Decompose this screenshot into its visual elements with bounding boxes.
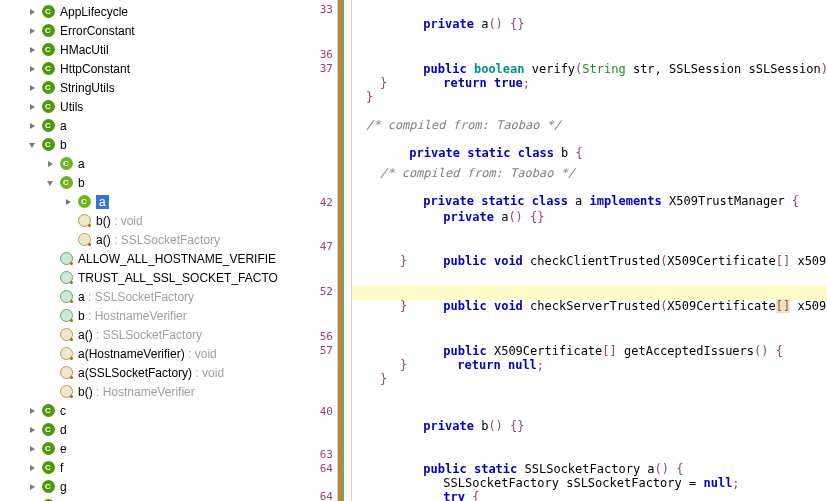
class-icon: C bbox=[40, 42, 56, 58]
svg-marker-0 bbox=[30, 9, 35, 15]
svg-marker-15 bbox=[30, 484, 35, 490]
class-icon: C bbox=[40, 403, 56, 419]
expand-toggle-icon[interactable] bbox=[26, 101, 38, 113]
line-number: 37 bbox=[320, 62, 333, 75]
expand-toggle-icon[interactable] bbox=[26, 481, 38, 493]
expand-toggle-icon[interactable] bbox=[26, 424, 38, 436]
field-icon bbox=[58, 251, 74, 267]
line-number: 63 bbox=[320, 448, 333, 461]
tree-item[interactable]: CUtils bbox=[0, 97, 310, 116]
class-icon: C bbox=[40, 80, 56, 96]
field-icon bbox=[58, 308, 74, 324]
line-number: 42 bbox=[320, 196, 333, 209]
method-icon bbox=[76, 232, 92, 248]
tree-item[interactable]: b : HostnameVerifier bbox=[0, 306, 310, 325]
svg-marker-11 bbox=[30, 408, 35, 414]
svg-marker-2 bbox=[30, 47, 35, 53]
method-icon bbox=[58, 365, 74, 381]
code-editor[interactable]: private a() {} public boolean verify(Str… bbox=[352, 0, 827, 501]
tree-item[interactable]: CHttpConstant bbox=[0, 59, 310, 78]
expand-toggle-icon[interactable] bbox=[26, 63, 38, 75]
expand-toggle-icon[interactable] bbox=[26, 82, 38, 94]
expand-toggle-icon[interactable] bbox=[26, 139, 38, 151]
tree-item[interactable]: Cb bbox=[0, 135, 310, 154]
expand-toggle-icon[interactable] bbox=[26, 120, 38, 132]
tree-item[interactable]: a(SSLSocketFactory) : void bbox=[0, 363, 310, 382]
class-icon: C bbox=[40, 498, 56, 502]
svg-marker-5 bbox=[30, 104, 35, 110]
tree-item[interactable]: CStringUtils bbox=[0, 78, 310, 97]
svg-marker-3 bbox=[30, 66, 35, 72]
method-icon bbox=[76, 213, 92, 229]
tree-item[interactable]: Ch bbox=[0, 496, 310, 501]
tree-item[interactable]: Cb bbox=[0, 173, 310, 192]
field-icon bbox=[58, 289, 74, 305]
inner-class-icon: C bbox=[76, 194, 92, 210]
inner-class-icon: C bbox=[58, 156, 74, 172]
tree-item[interactable]: a : SSLSocketFactory bbox=[0, 287, 310, 306]
expand-toggle-icon[interactable] bbox=[26, 462, 38, 474]
tree-item[interactable]: a() : SSLSocketFactory bbox=[0, 325, 310, 344]
svg-marker-10 bbox=[66, 199, 71, 205]
class-icon: C bbox=[40, 441, 56, 457]
line-number: 47 bbox=[320, 240, 333, 253]
svg-marker-8 bbox=[48, 161, 53, 167]
class-icon: C bbox=[40, 4, 56, 20]
expand-toggle-icon[interactable] bbox=[44, 158, 56, 170]
expand-toggle-icon[interactable] bbox=[26, 6, 38, 18]
method-icon bbox=[58, 327, 74, 343]
svg-marker-9 bbox=[47, 181, 53, 186]
class-icon: C bbox=[40, 460, 56, 476]
tree-item[interactable]: Cf bbox=[0, 458, 310, 477]
comment: /* compiled from: Taobao */ bbox=[366, 118, 561, 132]
expand-toggle-icon[interactable] bbox=[44, 177, 56, 189]
tree-item[interactable]: a(HostnameVerifier) : void bbox=[0, 344, 310, 363]
tree-item[interactable]: Cc bbox=[0, 401, 310, 420]
expand-toggle-icon[interactable] bbox=[26, 405, 38, 417]
expand-toggle-icon[interactable] bbox=[62, 196, 74, 208]
svg-marker-13 bbox=[30, 446, 35, 452]
tree-item[interactable]: b() : void bbox=[0, 211, 310, 230]
svg-marker-12 bbox=[30, 427, 35, 433]
editor-margin bbox=[338, 0, 352, 501]
inner-class-icon: C bbox=[58, 175, 74, 191]
class-icon: C bbox=[40, 118, 56, 134]
tree-item[interactable]: Cd bbox=[0, 420, 310, 439]
highlighted-line[interactable]: public void checkServerTrusted(X509Certi… bbox=[352, 285, 827, 300]
tree-item[interactable]: CAppLifecycle bbox=[0, 2, 310, 21]
tree-item[interactable]: Ca bbox=[0, 154, 310, 173]
line-number: 40 bbox=[320, 405, 333, 418]
line-number: 56 bbox=[320, 330, 333, 343]
keyword: private bbox=[423, 17, 474, 31]
tree-item[interactable]: Ca bbox=[0, 116, 310, 135]
line-number: 57 bbox=[320, 344, 333, 357]
line-number: 52 bbox=[320, 285, 333, 298]
tree-item[interactable]: b() : HostnameVerifier bbox=[0, 382, 310, 401]
expand-toggle-icon[interactable] bbox=[26, 443, 38, 455]
line-number: 33 bbox=[320, 3, 333, 16]
class-icon: C bbox=[40, 99, 56, 115]
class-icon: C bbox=[40, 137, 56, 153]
tree-item[interactable]: a() : SSLSocketFactory bbox=[0, 230, 310, 249]
tree-item[interactable]: CErrorConstant bbox=[0, 21, 310, 40]
tree-item[interactable]: Ce bbox=[0, 439, 310, 458]
class-icon: C bbox=[40, 479, 56, 495]
field-icon bbox=[58, 270, 74, 286]
svg-marker-1 bbox=[30, 28, 35, 34]
expand-toggle-icon[interactable] bbox=[26, 25, 38, 37]
line-number: 64 bbox=[320, 462, 333, 475]
package-tree[interactable]: CAppLifecycleCErrorConstantCHMacUtilCHtt… bbox=[0, 0, 310, 501]
line-number-gutter: 333637424752565740636464 bbox=[310, 0, 338, 501]
svg-marker-6 bbox=[30, 123, 35, 129]
line-number: 64 bbox=[320, 490, 333, 501]
tree-item[interactable]: TRUST_ALL_SSL_SOCKET_FACTO bbox=[0, 268, 310, 287]
tree-item[interactable]: CHMacUtil bbox=[0, 40, 310, 59]
class-icon: C bbox=[40, 422, 56, 438]
svg-marker-14 bbox=[30, 465, 35, 471]
class-icon: C bbox=[40, 23, 56, 39]
tree-item[interactable]: Ca bbox=[0, 192, 310, 211]
expand-toggle-icon[interactable] bbox=[26, 44, 38, 56]
tree-item[interactable]: ALLOW_ALL_HOSTNAME_VERIFIE bbox=[0, 249, 310, 268]
method-icon bbox=[58, 384, 74, 400]
tree-item[interactable]: Cg bbox=[0, 477, 310, 496]
